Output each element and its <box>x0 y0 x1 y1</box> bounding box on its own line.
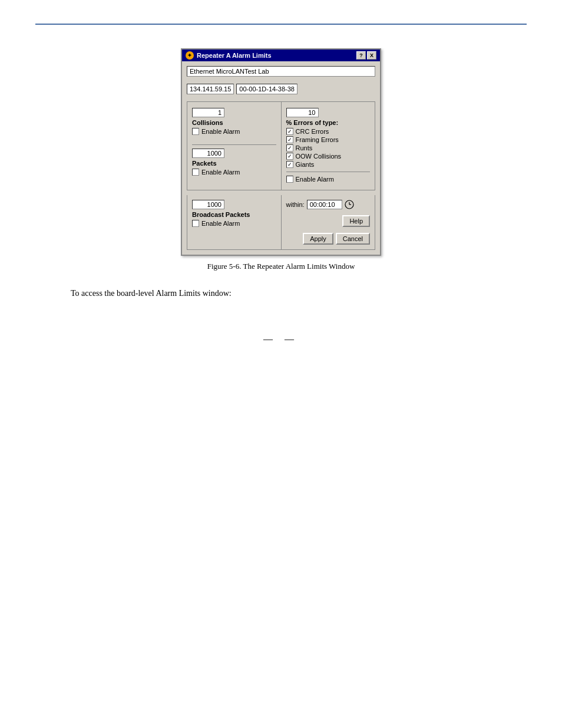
content-area: Collisions Enable Alarm Packets <box>187 101 375 190</box>
crc-errors-label: CRC Errors <box>296 128 329 135</box>
titlebar-left: ✦ Repeater A Alarm Limits <box>186 51 272 60</box>
giants-checkbox[interactable] <box>286 161 293 168</box>
apply-button[interactable]: Apply <box>303 233 333 245</box>
within-label: within: <box>286 201 305 208</box>
ip-field: 134.141.59.15 <box>187 84 234 94</box>
giants-row: Giants <box>286 161 371 168</box>
titlebar-buttons: ? X <box>356 51 376 60</box>
right-panel: % Errors of type: CRC Errors Framing Err… <box>282 102 375 190</box>
broadcast-section: Broadcast Packets Enable Alarm <box>187 195 282 249</box>
oow-label: OOW Collisions <box>296 153 342 160</box>
top-rule <box>35 24 527 25</box>
broadcast-enable-row: Enable Alarm <box>192 220 276 227</box>
clock-icon <box>345 200 354 209</box>
collisions-enable-row: Enable Alarm <box>192 128 276 135</box>
errors-enable-row: Enable Alarm <box>286 176 371 183</box>
apply-cancel-row: Apply Cancel <box>286 233 371 245</box>
bottom-row: Broadcast Packets Enable Alarm within: <box>187 195 375 250</box>
body-text: To access the board-level Alarm Limits w… <box>71 289 527 298</box>
packets-label: Packets <box>192 160 276 167</box>
errors-value-input[interactable] <box>286 108 319 117</box>
collisions-enable-label: Enable Alarm <box>201 128 240 135</box>
window-body: Ethernet MicroLANTest Lab 134.141.59.15 … <box>182 61 380 255</box>
collisions-value-input[interactable] <box>192 108 224 117</box>
giants-label: Giants <box>296 161 315 168</box>
crc-errors-row: CRC Errors <box>286 128 371 135</box>
bottom-right-panel: within: Help Apply <box>282 195 375 249</box>
framing-errors-row: Framing Errors <box>286 136 371 143</box>
left-panel: Collisions Enable Alarm Packets <box>187 102 282 190</box>
separator-2 <box>286 172 371 172</box>
em-dash: — — <box>35 334 527 344</box>
info-row-2: 134.141.59.15 00-00-1D-14-38-38 <box>187 84 375 94</box>
runts-row: Runts <box>286 144 371 151</box>
errors-enable-label: Enable Alarm <box>296 176 334 183</box>
device-location: Test Lab <box>244 68 269 75</box>
figure-container: ✦ Repeater A Alarm Limits ? X Ethernet M… <box>35 48 527 271</box>
broadcast-label: Broadcast Packets <box>192 211 276 218</box>
collisions-enable-checkbox[interactable] <box>192 128 199 135</box>
broadcast-enable-label: Enable Alarm <box>201 220 240 227</box>
errors-section: % Errors of type: CRC Errors Framing Err… <box>286 108 371 183</box>
window-title: Repeater A Alarm Limits <box>197 52 272 59</box>
framing-errors-checkbox[interactable] <box>286 136 293 143</box>
oow-collisions-row: OOW Collisions <box>286 153 371 160</box>
close-button-titlebar[interactable]: X <box>367 51 376 60</box>
help-button[interactable]: Help <box>342 215 370 227</box>
packets-section: Packets Enable Alarm <box>192 149 276 176</box>
runts-label: Runts <box>296 144 313 151</box>
window-titlebar: ✦ Repeater A Alarm Limits ? X <box>182 50 380 61</box>
info-row: Ethernet MicroLANTest Lab <box>187 66 375 77</box>
packets-enable-checkbox[interactable] <box>192 169 199 176</box>
oow-checkbox[interactable] <box>286 153 293 160</box>
window-icon: ✦ <box>186 51 194 60</box>
crc-errors-checkbox[interactable] <box>286 128 293 135</box>
packets-value-input[interactable] <box>192 149 224 158</box>
collisions-label: Collisions <box>192 119 276 126</box>
collisions-section: Collisions Enable Alarm <box>192 108 276 135</box>
packets-enable-label: Enable Alarm <box>201 169 240 176</box>
within-row: within: <box>286 200 371 209</box>
device-name-field: Ethernet MicroLANTest Lab <box>187 66 375 77</box>
page-container: ✦ Repeater A Alarm Limits ? X Ethernet M… <box>0 0 562 728</box>
broadcast-value-input[interactable] <box>192 200 224 209</box>
buttons-row: Help <box>286 215 371 227</box>
within-input[interactable] <box>307 200 342 209</box>
device-name: Ethernet MicroLAN <box>190 68 244 75</box>
errors-enable-checkbox[interactable] <box>286 176 293 183</box>
cancel-button[interactable]: Cancel <box>336 233 370 245</box>
framing-errors-label: Framing Errors <box>296 136 339 143</box>
errors-label: % Errors of type: <box>286 119 371 126</box>
alarm-limits-window: ✦ Repeater A Alarm Limits ? X Ethernet M… <box>181 48 381 256</box>
separator-1 <box>192 144 276 145</box>
packets-enable-row: Enable Alarm <box>192 169 276 176</box>
figure-caption: Figure 5-6. The Repeater Alarm Limits Wi… <box>207 262 355 271</box>
broadcast-enable-checkbox[interactable] <box>192 220 199 227</box>
runts-checkbox[interactable] <box>286 144 293 151</box>
mac-field: 00-00-1D-14-38-38 <box>236 84 297 94</box>
help-button-titlebar[interactable]: ? <box>356 51 366 60</box>
